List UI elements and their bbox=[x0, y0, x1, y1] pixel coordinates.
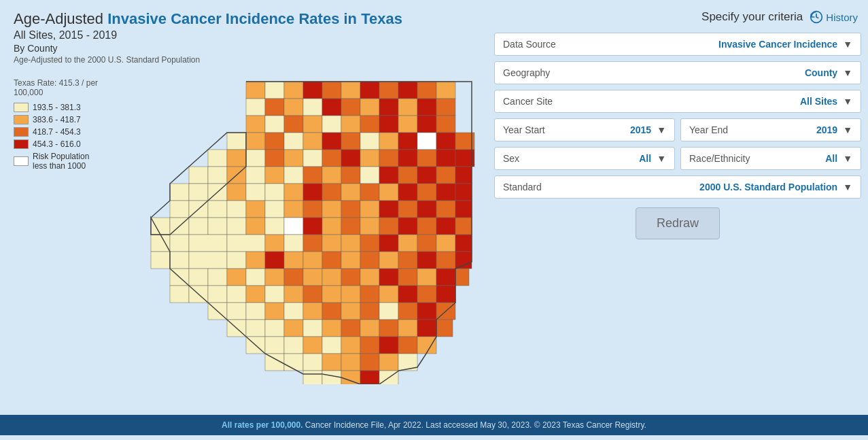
svg-rect-27 bbox=[341, 116, 360, 133]
legend-item-1: 193.5 - 381.3 bbox=[14, 103, 124, 112]
svg-rect-7 bbox=[379, 82, 398, 99]
svg-rect-141 bbox=[189, 252, 227, 269]
svg-rect-49 bbox=[265, 150, 284, 167]
title-section: Age-Adjusted Invasive Cancer Incidence R… bbox=[7, 7, 487, 68]
svg-rect-87 bbox=[398, 184, 417, 201]
svg-rect-218 bbox=[379, 337, 398, 354]
svg-rect-122 bbox=[436, 218, 455, 235]
svg-rect-104 bbox=[417, 201, 436, 218]
svg-rect-138 bbox=[455, 235, 472, 252]
legend-label-4: 454.3 - 616.0 bbox=[33, 139, 81, 149]
footer-bold: All rates per 100,000. bbox=[222, 420, 302, 430]
svg-rect-223 bbox=[303, 354, 322, 371]
svg-rect-197 bbox=[417, 303, 436, 320]
svg-rect-63 bbox=[246, 167, 265, 184]
svg-rect-68 bbox=[341, 167, 360, 184]
svg-rect-90 bbox=[455, 184, 472, 201]
svg-rect-83 bbox=[322, 184, 341, 201]
standard-chevron: ▼ bbox=[843, 182, 852, 192]
geography-dropdown[interactable]: Geography County ▼ bbox=[494, 61, 861, 84]
svg-rect-112 bbox=[246, 218, 265, 235]
svg-rect-15 bbox=[322, 99, 341, 116]
svg-rect-169 bbox=[436, 269, 455, 286]
sex-dropdown[interactable]: Sex All ▼ bbox=[494, 147, 675, 170]
race-value: All bbox=[825, 153, 837, 164]
svg-rect-25 bbox=[303, 116, 322, 133]
svg-rect-38 bbox=[322, 133, 341, 150]
svg-rect-21 bbox=[436, 99, 455, 116]
svg-rect-96 bbox=[265, 201, 284, 218]
svg-rect-134 bbox=[379, 235, 398, 252]
standard-dropdown[interactable]: Standard 2000 U.S. Standard Population ▼ bbox=[494, 175, 861, 199]
svg-rect-9 bbox=[417, 82, 436, 99]
svg-rect-178 bbox=[303, 286, 322, 303]
svg-rect-188 bbox=[246, 303, 265, 320]
svg-rect-179 bbox=[322, 286, 341, 303]
svg-rect-3 bbox=[303, 82, 322, 99]
data-source-value: Invasive Cancer Incidence bbox=[718, 39, 837, 50]
svg-rect-204 bbox=[322, 320, 341, 337]
legend-label-2: 383.6 - 418.7 bbox=[33, 115, 81, 124]
svg-rect-8 bbox=[398, 82, 417, 99]
svg-rect-136 bbox=[417, 235, 436, 252]
year-end-value: 2019 bbox=[816, 124, 837, 135]
svg-rect-103 bbox=[398, 201, 417, 218]
year-start-value: 2015 bbox=[630, 124, 651, 135]
geography-chevron: ▼ bbox=[843, 67, 852, 78]
svg-rect-184 bbox=[417, 286, 436, 303]
cancer-site-dropdown[interactable]: Cancer Site All Sites ▼ bbox=[494, 90, 861, 113]
svg-rect-93 bbox=[208, 201, 227, 218]
svg-rect-121 bbox=[417, 218, 436, 235]
left-panel: Age-Adjusted Invasive Cancer Incidence R… bbox=[7, 7, 487, 408]
svg-rect-78 bbox=[227, 184, 246, 201]
svg-rect-170 bbox=[455, 269, 469, 286]
svg-rect-217 bbox=[360, 337, 379, 354]
svg-rect-159 bbox=[246, 269, 265, 286]
svg-rect-30 bbox=[398, 116, 417, 133]
svg-rect-64 bbox=[265, 167, 284, 184]
svg-rect-41 bbox=[379, 133, 398, 150]
svg-rect-10 bbox=[436, 82, 455, 99]
svg-rect-6 bbox=[360, 82, 379, 99]
svg-rect-57 bbox=[417, 150, 436, 167]
title-prefix: Age-Adjusted bbox=[14, 10, 107, 27]
svg-rect-148 bbox=[341, 252, 360, 269]
svg-rect-71 bbox=[398, 167, 417, 184]
svg-rect-154 bbox=[455, 252, 472, 269]
svg-rect-42 bbox=[398, 133, 417, 150]
legend-item-5: Risk Populationless than 1000 bbox=[14, 152, 124, 171]
svg-rect-12 bbox=[265, 99, 284, 116]
svg-rect-215 bbox=[322, 337, 341, 354]
main-title: Age-Adjusted Invasive Cancer Incidence R… bbox=[14, 10, 481, 28]
title-highlight: Invasive Cancer Incidence Rates in Texas bbox=[107, 10, 402, 27]
svg-rect-132 bbox=[341, 235, 360, 252]
svg-rect-53 bbox=[341, 150, 360, 167]
svg-rect-200 bbox=[246, 320, 265, 337]
redraw-button[interactable]: Redraw bbox=[636, 207, 720, 239]
svg-rect-166 bbox=[379, 269, 398, 286]
legend-item-2: 383.6 - 418.7 bbox=[14, 115, 124, 124]
svg-rect-28 bbox=[360, 116, 379, 133]
svg-rect-195 bbox=[379, 303, 398, 320]
year-start-dropdown[interactable]: Year Start 2015 ▼ bbox=[494, 118, 675, 141]
svg-rect-212 bbox=[265, 337, 284, 354]
data-source-dropdown[interactable]: Data Source Invasive Cancer Incidence ▼ bbox=[494, 33, 861, 56]
svg-rect-147 bbox=[322, 252, 341, 269]
svg-rect-219 bbox=[398, 337, 417, 354]
year-row: Year Start 2015 ▼ Year End 2019 ▼ bbox=[494, 118, 861, 141]
svg-rect-88 bbox=[417, 184, 436, 201]
svg-rect-216 bbox=[341, 337, 360, 354]
race-chevron: ▼ bbox=[843, 153, 852, 164]
history-button[interactable]: History bbox=[810, 10, 858, 24]
year-start-chevron: ▼ bbox=[657, 124, 666, 135]
svg-rect-105 bbox=[436, 201, 455, 218]
legend-item-4: 454.3 - 616.0 bbox=[14, 139, 124, 149]
svg-rect-145 bbox=[284, 252, 303, 269]
legend-color-4 bbox=[14, 139, 29, 149]
map-legend-container: Texas Rate: 415.3 / per 100,000 193.5 - … bbox=[7, 71, 487, 387]
year-end-dropdown[interactable]: Year End 2019 ▼ bbox=[680, 118, 861, 141]
svg-rect-107 bbox=[151, 218, 170, 235]
race-dropdown[interactable]: Race/Ethnicity All ▼ bbox=[680, 147, 861, 170]
svg-rect-74 bbox=[455, 167, 472, 184]
footer-rest: Cancer Incidence File, Apr 2022. Last ac… bbox=[303, 420, 646, 430]
